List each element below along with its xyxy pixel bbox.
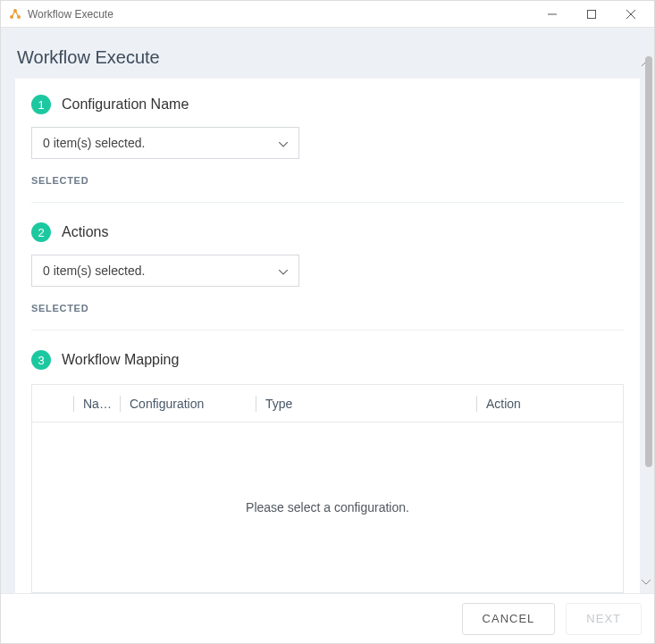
step-configuration-name: 1 Configuration Name 0 item(s) selected.… [31,95,624,202]
page-title: Workflow Execute [1,28,654,79]
svg-rect-4 [588,10,596,18]
column-divider [120,396,121,412]
content-area: Workflow Execute 1 Configuration Name 0 … [1,28,654,643]
column-divider [256,396,256,412]
actions-select[interactable]: 0 item(s) selected. [31,255,299,287]
titlebar: Workflow Execute [1,1,654,28]
column-header-name[interactable]: Name [73,385,120,422]
empty-message: Please select a configuration. [246,500,409,514]
scroll-area[interactable]: Workflow Execute 1 Configuration Name 0 … [1,28,654,643]
scrollbar-thumb[interactable] [645,56,652,467]
window-controls [533,2,651,27]
step-actions: 2 Actions 0 item(s) selected. SELECTED [31,222,624,330]
selected-label: SELECTED [31,303,624,314]
maximize-button[interactable] [572,2,611,27]
minimize-button[interactable] [533,2,572,27]
divider [31,202,624,203]
workflow-mapping-table: Name Configuration Type [31,384,624,593]
window-title: Workflow Execute [28,8,533,21]
column-header-configuration[interactable]: Configuration [120,385,256,422]
column-divider [73,396,74,412]
maximize-icon [587,10,596,19]
column-header-type[interactable]: Type [256,385,476,422]
step-number-badge: 2 [31,222,51,242]
scroll-down-arrow-icon[interactable] [642,577,651,586]
cancel-button[interactable]: CANCEL [462,603,556,635]
selected-label: SELECTED [31,175,624,186]
caret-down-icon [279,136,288,150]
dialog-footer: CANCEL NEXT [1,593,654,643]
app-window: Workflow Execute Workflow Execute 1 Conf… [0,0,655,644]
step-title: Workflow Mapping [62,352,179,368]
configuration-name-select[interactable]: 0 item(s) selected. [31,127,299,159]
close-button[interactable] [611,2,651,27]
close-icon [626,10,635,19]
scrollbar-track[interactable] [645,56,652,586]
step-title: Configuration Name [62,96,189,113]
next-button: NEXT [566,603,642,635]
step-number-badge: 1 [31,95,51,114]
select-value: 0 item(s) selected. [43,136,145,150]
app-logo-icon [8,7,22,21]
column-header-action[interactable]: Action [476,385,623,422]
column-divider [476,396,477,412]
minimize-icon [548,10,557,19]
step-title: Actions [62,224,108,240]
wizard-card: 1 Configuration Name 0 item(s) selected.… [15,79,640,643]
select-value: 0 item(s) selected. [43,263,145,278]
caret-down-icon [279,263,288,278]
step-number-badge: 3 [31,350,51,370]
step-workflow-mapping: 3 Workflow Mapping Name Configuration [31,350,624,609]
table-empty-state: Please select a configuration. [32,422,623,592]
divider [31,330,624,330]
table-header-row: Name Configuration Type [32,385,623,422]
